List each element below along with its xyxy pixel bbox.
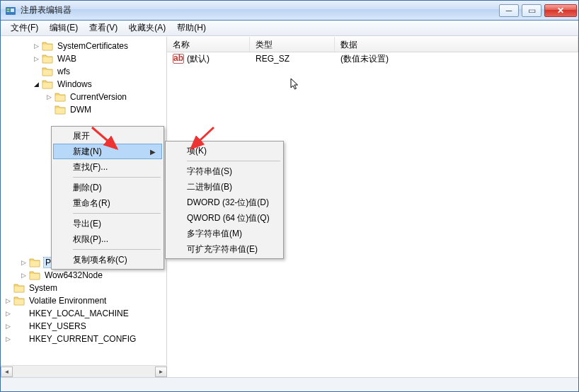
cell-name: (默认)	[167, 52, 250, 66]
regsz-icon	[173, 54, 184, 64]
node-label: HKEY_USERS	[28, 321, 88, 331]
expander-icon[interactable]: ▷	[32, 42, 40, 50]
tree-node-wfs[interactable]: ▷wfs	[4, 65, 166, 78]
folder-icon	[42, 79, 53, 89]
menubar: 文件(F) 编辑(E) 查看(V) 收藏夹(A) 帮助(H)	[1, 21, 578, 36]
ctx-export[interactable]: 导出(E)	[53, 216, 162, 231]
ctx-rename[interactable]: 重命名(R)	[53, 195, 162, 211]
menu-edit[interactable]: 编辑(E)	[44, 20, 84, 36]
tree-hscroll[interactable]: ◄ ►	[1, 365, 167, 377]
cell-type: REG_SZ	[250, 53, 335, 64]
statusbar	[1, 377, 578, 391]
node-label: HKEY_CURRENT_CONFIG	[28, 334, 137, 344]
expander-icon[interactable]: ▷	[19, 258, 28, 267]
expander-icon[interactable]: ▷	[19, 271, 28, 279]
ctx-label: 复制项名称(C)	[73, 254, 127, 266]
node-label: System	[28, 283, 59, 293]
ctx-label: 二进制值(B)	[187, 181, 232, 193]
submenu-arrow-icon: ▶	[150, 148, 156, 156]
app-icon	[5, 5, 16, 16]
separator	[73, 249, 161, 250]
tree-node-windows[interactable]: ◢Windows	[4, 78, 166, 91]
ctx-label: 项(K)	[187, 145, 207, 157]
folder-icon	[29, 258, 40, 267]
ctx-label: DWORD (32-位)值(D)	[187, 197, 269, 209]
expander-icon[interactable]: ▷	[4, 335, 12, 343]
ctx-expand[interactable]: 展开	[53, 128, 162, 144]
folder-icon	[55, 105, 66, 115]
separator	[73, 213, 161, 214]
col-header-name[interactable]: 名称	[167, 37, 250, 52]
node-label: WAB	[56, 54, 78, 64]
menu-view[interactable]: 查看(V)	[84, 20, 123, 36]
ctx-label: 查找(F)...	[73, 161, 108, 173]
ctx-delete[interactable]: 删除(D)	[53, 180, 162, 195]
node-label: Wow6432Node	[43, 270, 104, 280]
col-header-type[interactable]: 类型	[250, 37, 335, 52]
ctx-new[interactable]: 新建(N)▶	[53, 144, 162, 159]
separator	[73, 177, 161, 178]
ctx-new-key[interactable]: 项(K)	[167, 143, 282, 158]
ctx-new-multistring[interactable]: 多字符串值(M)	[167, 226, 282, 241]
ctx-label: 展开	[73, 130, 90, 142]
ctx-label: 多字符串值(M)	[187, 228, 242, 240]
col-header-data[interactable]: 数据	[335, 37, 578, 52]
menu-help[interactable]: 帮助(H)	[171, 20, 212, 36]
value-name: (默认)	[187, 54, 210, 64]
ctx-new-expandstring[interactable]: 可扩充字符串值(E)	[167, 241, 282, 257]
scroll-track[interactable]	[13, 367, 155, 377]
tree-node-hklm[interactable]: ▷HKEY_LOCAL_MACHINE	[4, 307, 166, 320]
ctx-label: 删除(D)	[73, 182, 102, 194]
maximize-button[interactable]: ▭	[522, 4, 541, 17]
tree-node-systemcertificates[interactable]: ▷SystemCertificates	[4, 40, 166, 52]
tree-node-volatile-environment[interactable]: ▷Volatile Environment	[4, 294, 166, 307]
node-label: Volatile Environment	[28, 296, 108, 306]
expander-icon[interactable]: ▷	[4, 296, 12, 305]
node-label: CurrentVersion	[69, 92, 128, 102]
tree-node-dwm[interactable]: ▷DWM	[4, 103, 166, 116]
titlebar[interactable]: 注册表编辑器 ─ ▭ ✕	[1, 1, 578, 21]
expander-icon[interactable]: ▷	[4, 309, 12, 318]
ctx-label: QWORD (64 位)值(Q)	[187, 212, 270, 224]
menu-favorites[interactable]: 收藏夹(A)	[123, 20, 171, 36]
tree-node-currentversion[interactable]: ▷CurrentVersion	[4, 91, 166, 103]
ctx-copy-key-name[interactable]: 复制项名称(C)	[53, 252, 162, 267]
scroll-right-button[interactable]: ►	[155, 367, 167, 377]
folder-icon	[29, 270, 40, 280]
tree-node-wow6432node[interactable]: ▷Wow6432Node	[4, 269, 166, 282]
tree-node-wab[interactable]: ▷WAB	[4, 52, 166, 65]
ctx-new-string[interactable]: 字符串值(S)	[167, 163, 282, 179]
context-menu-new: 项(K) 字符串值(S) 二进制值(B) DWORD (32-位)值(D) QW…	[165, 141, 284, 259]
close-button[interactable]: ✕	[544, 4, 577, 17]
ctx-label: 可扩充字符串值(E)	[187, 243, 258, 255]
ctx-new-qword[interactable]: QWORD (64 位)值(Q)	[167, 210, 282, 226]
folder-icon	[13, 296, 25, 306]
ctx-label: 重命名(R)	[73, 197, 110, 209]
tree-node-hkcc[interactable]: ▷HKEY_CURRENT_CONFIG	[4, 333, 166, 345]
list-row[interactable]: (默认) REG_SZ (数值未设置)	[167, 52, 578, 65]
ctx-new-dword[interactable]: DWORD (32-位)值(D)	[167, 195, 282, 210]
expander-icon[interactable]: ▷	[32, 54, 40, 63]
expander-icon[interactable]: ◢	[32, 80, 40, 88]
ctx-find[interactable]: 查找(F)...	[53, 159, 162, 175]
folder-icon	[42, 67, 53, 76]
cell-data: (数值未设置)	[335, 52, 578, 66]
node-label: SystemCertificates	[56, 41, 130, 51]
tree-node-hku[interactable]: ▷HKEY_USERS	[4, 320, 166, 333]
context-menu-tree: 展开 新建(N)▶ 查找(F)... 删除(D) 重命名(R) 导出(E) 权限…	[51, 126, 164, 270]
ctx-permissions[interactable]: 权限(P)...	[53, 231, 162, 247]
tree-node-system[interactable]: ▷System	[4, 282, 166, 294]
separator	[187, 161, 280, 161]
scroll-left-button[interactable]: ◄	[1, 367, 13, 377]
minimize-button[interactable]: ─	[499, 4, 519, 17]
ctx-new-binary[interactable]: 二进制值(B)	[167, 179, 282, 195]
folder-icon	[55, 92, 66, 102]
folder-icon	[13, 283, 25, 293]
menu-file[interactable]: 文件(F)	[5, 20, 44, 36]
folder-icon	[42, 54, 53, 64]
expander-icon[interactable]: ▷	[45, 93, 53, 101]
list-header: 名称 类型 数据	[167, 37, 578, 52]
expander-icon[interactable]: ▷	[4, 322, 12, 330]
ctx-label: 新建(N)	[73, 146, 102, 158]
window-controls: ─ ▭ ✕	[496, 4, 577, 17]
